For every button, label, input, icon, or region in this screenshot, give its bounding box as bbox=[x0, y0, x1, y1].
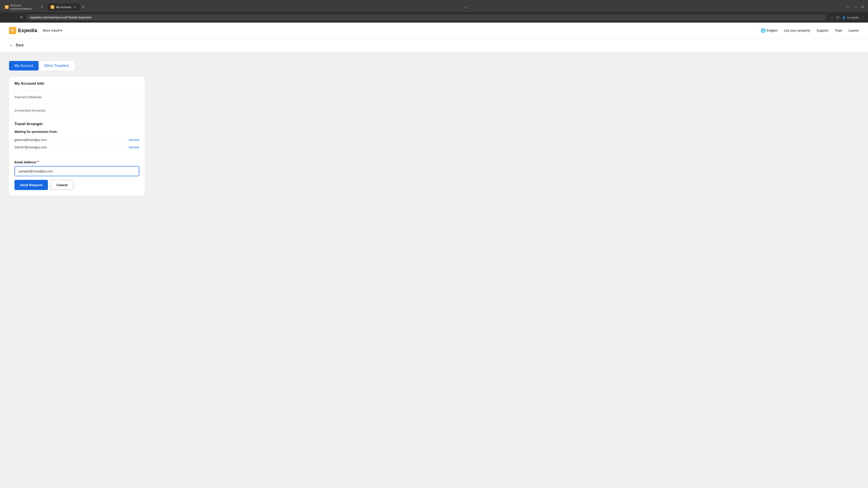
email-row-2: John07@moodjoy.com remove bbox=[14, 144, 139, 151]
bookmark-button[interactable]: ☆ bbox=[831, 15, 834, 20]
tab-icon-1: Z bbox=[5, 5, 8, 9]
address-bar-input[interactable] bbox=[26, 14, 827, 21]
tab-1-label: Account communications bbox=[10, 4, 38, 10]
remove-link-2[interactable]: remove bbox=[129, 145, 139, 149]
back-bar: ← Back bbox=[0, 38, 868, 52]
content-area: My Account Other Travelers My Account In… bbox=[0, 52, 868, 488]
chevron-down-icon: ▾ bbox=[60, 29, 62, 33]
connected-accounts-link[interactable]: Connected Accounts bbox=[14, 108, 46, 113]
browser-chrome: Z Account communications ✕ Z My Account … bbox=[0, 0, 868, 23]
support-nav[interactable]: Support bbox=[816, 29, 829, 32]
travel-arranger-section: Travel Arranger Waiting for permission f… bbox=[9, 117, 145, 156]
waiting-label: Waiting for permission from: bbox=[14, 130, 139, 133]
other-travelers-tab[interactable]: Other Travelers bbox=[39, 61, 74, 70]
menu-button[interactable]: ⋮ bbox=[862, 15, 865, 20]
tab-account-communications[interactable]: Z Account communications ✕ bbox=[2, 2, 47, 12]
user-nav[interactable]: Lauren bbox=[848, 29, 859, 32]
connected-accounts-section[interactable]: Connected Accounts bbox=[9, 104, 145, 117]
close-button[interactable]: ✕ bbox=[859, 4, 866, 10]
language-nav[interactable]: 🌐 English bbox=[761, 28, 778, 33]
travel-arranger-title: Travel Arranger bbox=[14, 122, 139, 126]
back-nav-button[interactable]: ← bbox=[3, 14, 8, 21]
logo-text: Expedia bbox=[18, 28, 37, 33]
back-label: Back bbox=[16, 43, 24, 47]
account-info-section: My Account Info bbox=[9, 77, 145, 91]
form-buttons: Send Request Cancel bbox=[14, 180, 139, 190]
globe-icon: 🌐 bbox=[761, 28, 766, 33]
user-label: Lauren bbox=[848, 29, 859, 32]
forward-nav-button[interactable]: → bbox=[11, 14, 17, 21]
email-address-input[interactable] bbox=[14, 166, 139, 176]
trips-nav[interactable]: Trips bbox=[835, 29, 842, 32]
page: ✈ Expedia More travel ▾ 🌐 English List y… bbox=[0, 23, 868, 488]
logo-icon: ✈ bbox=[9, 27, 16, 34]
account-card: My Account Info Payment Methods Connecte… bbox=[9, 77, 145, 195]
browser-actions: ☆ ⊡ 👤 Incognito ⋮ bbox=[831, 15, 865, 20]
new-tab-button[interactable]: + bbox=[80, 4, 86, 10]
left-column: My Account Other Travelers My Account In… bbox=[9, 61, 145, 486]
email-input-label: Email Address * bbox=[14, 160, 139, 164]
payment-methods-link[interactable]: Payment Methods bbox=[14, 95, 42, 99]
svg-text:Z: Z bbox=[6, 6, 7, 8]
reload-button[interactable]: ↻ bbox=[19, 14, 24, 21]
svg-text:✈: ✈ bbox=[11, 29, 14, 33]
more-travel-nav[interactable]: More travel ▾ bbox=[42, 29, 62, 33]
incognito-label: Incognito bbox=[847, 16, 859, 19]
back-arrow-icon[interactable]: ← bbox=[9, 42, 13, 48]
list-property-nav[interactable]: List your property bbox=[784, 29, 810, 32]
tab-2-close[interactable]: ✕ bbox=[73, 5, 76, 9]
required-star: * bbox=[37, 160, 39, 164]
incognito-icon: 👤 bbox=[842, 16, 846, 19]
remove-link-1[interactable]: remove bbox=[129, 138, 139, 142]
right-column bbox=[154, 61, 859, 486]
tab-icon-2: Z bbox=[51, 5, 54, 9]
email-label-text: Email Address bbox=[14, 160, 36, 164]
email-input-section: Email Address * Send Request Cancel bbox=[9, 156, 145, 195]
email-address-2: John07@moodjoy.com bbox=[14, 145, 46, 149]
trips-label: Trips bbox=[835, 29, 842, 32]
send-request-button[interactable]: Send Request bbox=[14, 180, 48, 190]
tab-2-label: My Account bbox=[56, 5, 71, 9]
tab-my-account[interactable]: Z My Account ✕ bbox=[48, 3, 80, 11]
list-property-label: List your property bbox=[784, 29, 810, 32]
address-bar-row: ← → ↻ ☆ ⊡ 👤 Incognito ⋮ bbox=[0, 12, 868, 23]
site-header: ✈ Expedia More travel ▾ 🌐 English List y… bbox=[0, 23, 868, 38]
my-account-tab[interactable]: My Account bbox=[9, 61, 39, 70]
minimize-button[interactable]: — bbox=[844, 4, 852, 10]
window-controls: — □ ✕ bbox=[844, 4, 866, 10]
more-travel-label: More travel bbox=[42, 29, 59, 32]
reader-mode-button[interactable]: ⊡ bbox=[836, 15, 839, 20]
tab-list-button[interactable]: ⌄ bbox=[464, 5, 467, 9]
support-label: Support bbox=[816, 29, 829, 32]
logo[interactable]: ✈ Expedia bbox=[9, 27, 37, 34]
tab-1-close[interactable]: ✕ bbox=[40, 5, 44, 9]
tab-bar: Z Account communications ✕ Z My Account … bbox=[0, 0, 868, 12]
tabs-row: My Account Other Travelers bbox=[9, 61, 145, 70]
payment-methods-section[interactable]: Payment Methods bbox=[9, 91, 145, 104]
maximize-button[interactable]: □ bbox=[852, 4, 859, 10]
cancel-button[interactable]: Cancel bbox=[51, 180, 73, 190]
account-info-title: My Account Info bbox=[14, 81, 139, 86]
language-label: English bbox=[767, 29, 778, 32]
email-address-1: geneva@moodjoy.com bbox=[14, 138, 46, 142]
tab-extras: ⌄ bbox=[464, 5, 467, 9]
email-row-1: geneva@moodjoy.com remove bbox=[14, 136, 139, 144]
header-right: 🌐 English List your property Support Tri… bbox=[761, 28, 859, 33]
incognito-badge: 👤 Incognito bbox=[842, 16, 859, 19]
svg-text:Z: Z bbox=[52, 6, 53, 8]
